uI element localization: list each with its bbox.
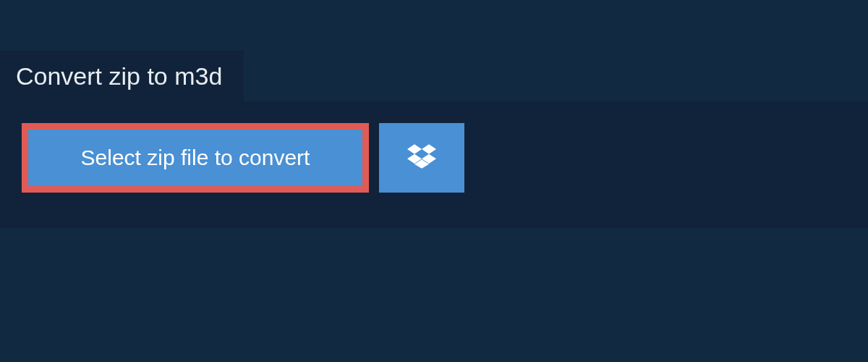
dropbox-button[interactable] bbox=[379, 123, 464, 193]
button-group: Select zip file to convert bbox=[22, 123, 846, 193]
tab-convert[interactable]: Convert zip to m3d bbox=[0, 51, 244, 105]
tab-label: Convert zip to m3d bbox=[16, 62, 222, 90]
dropbox-icon bbox=[407, 142, 436, 174]
tab-header: Convert zip to m3d bbox=[0, 51, 244, 105]
converter-panel: Select zip file to convert bbox=[0, 101, 868, 228]
select-file-button[interactable]: Select zip file to convert bbox=[22, 123, 369, 193]
select-file-label: Select zip file to convert bbox=[81, 146, 310, 170]
